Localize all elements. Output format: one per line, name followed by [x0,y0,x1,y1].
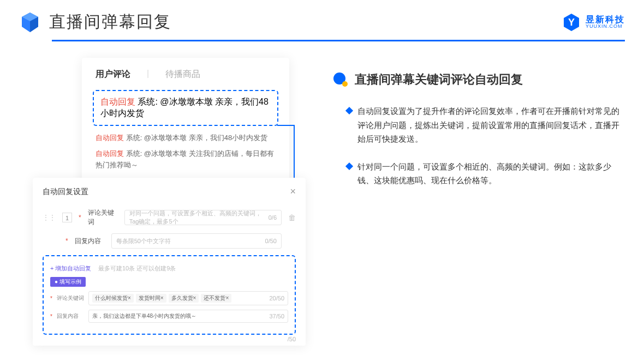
tab-comments[interactable]: 用户评论 [96,69,130,80]
keyword-row: ⋮⋮ 1 * 评论关键词 对同一个问题，可设置多个相近、高频的关键词，Tag确定… [43,208,296,227]
counter: 0/50 [265,238,277,244]
settings-modal: 自动回复设置 × ⋮⋮ 1 * 评论关键词 对同一个问题，可设置多个相近、高频的… [33,178,306,346]
bullet-text: 针对同一个问题，可设置多个相近的、高频的关键词。例如：这款多少钱、这块能优惠吗、… [357,160,625,188]
content: 用户评论 | 待播商品 自动回复 系统: @冰墩墩本墩 亲亲，我们48小时内发货… [0,41,644,201]
placeholder-text: 对同一个问题，可设置多个相近、高频的关键词，Tag确定，最多5个 [129,209,269,226]
tags: 什么时候发货× 发货时间× 多久发货× 还不发货× [92,294,231,303]
ex-reply-input[interactable]: 亲，我们这边都是下单48小时内发货的哦～ 37/50 [88,310,288,323]
reply-input[interactable]: 每条限50个中文字符 0/50 [111,233,282,249]
brand-name: 昱新科技 [586,15,625,24]
counter: 0/6 [269,214,277,221]
page-header: 直播间弹幕回复 Y 昱新科技 YUUXIN.COM [0,0,644,33]
required-icon: * [50,313,52,319]
bullet-item: 针对同一个问题，可设置多个相近的、高频的关键词。例如：这款多少钱、这块能优惠吗、… [347,160,625,188]
tab-separator: | [147,69,149,80]
add-reply-button[interactable]: + 增加自动回复 [50,265,91,272]
counter: 20/50 [269,295,284,301]
diamond-icon [345,162,353,170]
highlighted-comment: 自动回复 系统: @冰墩墩本墩 亲亲，我们48小时内发货 [93,90,278,126]
tab-products[interactable]: 待播商品 [165,69,200,80]
example-reply-row: * 回复内容 亲，我们这边都是下单48小时内发货的哦～ 37/50 [50,310,288,323]
modal-header: 自动回复设置 × [43,186,296,197]
counter: 37/50 [269,313,284,319]
comment-text: 系统: @冰墩墩本墩 亲亲，我们48小时内发货 [126,134,268,142]
left-panel: 用户评论 | 待播商品 自动回复 系统: @冰墩墩本墩 亲亲，我们48小时内发货… [33,58,317,201]
cube-icon [19,11,41,33]
diamond-icon [345,107,353,114]
brand-text: 昱新科技 YUUXIN.COM [586,15,625,29]
ex-reply-value: 亲，我们这边都是下单48小时内发货的哦～ [92,312,196,320]
tag[interactable]: 什么时候发货× [92,294,134,303]
trash-icon[interactable]: 🗑 [288,213,296,222]
required-icon: * [50,295,52,301]
keyword-input[interactable]: 对同一个问题，可设置多个相近、高频的关键词，Tag确定，最多5个 0/6 [124,210,282,225]
bullet-text: 自动回复设置为了提升作者的评论回复效率，作者可在开播前针对常见的评论用户问题，提… [357,104,625,146]
close-icon[interactable]: × [290,186,296,197]
required-icon: * [65,237,68,245]
required-icon: * [79,214,81,221]
bubble-icon [333,72,348,87]
tag[interactable]: 多久发货× [169,294,199,303]
section-header: 直播间弹幕关键词评论自动回复 [333,71,625,88]
comment-line: 自动回复 系统: @冰墩墩本墩 亲亲，我们48小时内发货 [93,132,278,144]
tag[interactable]: 发货时间× [136,294,166,303]
brand-logo-icon: Y [562,13,581,32]
brand: Y 昱新科技 YUUXIN.COM [562,13,625,32]
bullet-list: 自动回复设置为了提升作者的评论回复效率，作者可在开播前针对常见的评论用户问题，提… [333,104,625,188]
right-panel: 直播间弹幕关键词评论自动回复 自动回复设置为了提升作者的评论回复效率，作者可在开… [333,58,625,201]
drag-handle-icon[interactable]: ⋮⋮ [43,214,56,221]
page-title: 直播间弹幕回复 [49,11,171,33]
comments-card: 用户评论 | 待播商品 自动回复 系统: @冰墩墩本墩 亲亲，我们48小时内发货… [82,58,289,191]
example-badge: ● 填写示例 [50,277,86,287]
ex-keyword-label: 评论关键词 [57,294,84,302]
reply-row: * 回复内容 每条限50个中文字符 0/50 [43,233,296,249]
reply-label: 回复内容 [75,237,105,246]
section-title: 直播间弹幕关键词评论自动回复 [355,71,523,88]
brand-subtitle: YUUXIN.COM [586,24,625,29]
add-row: + 增加自动回复 最多可建10条 还可以创建9条 [50,263,288,273]
tabs: 用户评论 | 待播商品 [93,69,278,80]
ex-reply-label: 回复内容 [57,312,84,320]
example-box: + 增加自动回复 最多可建10条 还可以创建9条 ● 填写示例 * 评论关键词 … [43,255,296,335]
add-hint: 最多可建10条 还可以创建9条 [98,265,176,272]
modal-title: 自动回复设置 [43,187,88,197]
tag-input[interactable]: 什么时候发货× 发货时间× 多久发货× 还不发货× 20/50 [88,291,288,305]
auto-reply-label: 自动回复 [100,97,135,106]
svg-text:Y: Y [568,17,575,28]
auto-reply-label: 自动回复 [96,149,124,158]
outer-counter: /50 [288,336,296,342]
tag[interactable]: 还不发货× [201,294,231,303]
svg-point-2 [342,81,348,87]
auto-reply-label: 自动回复 [96,134,124,142]
keyword-label: 评论关键词 [88,208,118,227]
bullet-item: 自动回复设置为了提升作者的评论回复效率，作者可在开播前针对常见的评论用户问题，提… [347,104,625,146]
comment-line: 自动回复 系统: @冰墩墩本墩 关注我们的店铺，每日都有热门推荐呦～ [93,148,278,171]
placeholder-text: 每条限50个中文字符 [116,237,171,245]
header-left: 直播间弹幕回复 [19,11,171,33]
example-keyword-row: * 评论关键词 什么时候发货× 发货时间× 多久发货× 还不发货× 20/50 [50,291,288,305]
row-number: 1 [62,213,72,222]
